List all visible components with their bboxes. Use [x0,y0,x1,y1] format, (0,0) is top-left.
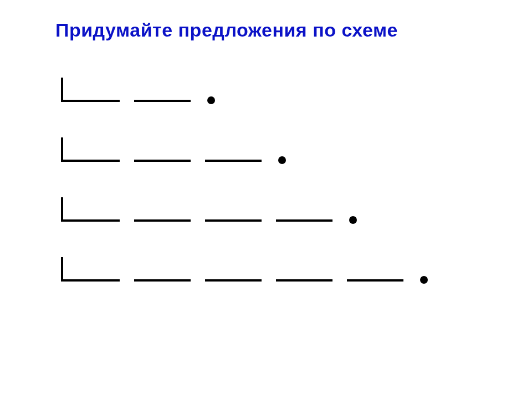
word-slot [205,279,262,282]
capital-word-slot [61,78,120,102]
scheme-row [61,197,428,222]
word-slot [134,219,191,222]
period-icon [207,96,215,104]
word-slot [134,100,191,102]
word-slot [205,160,262,162]
word-slot [205,219,262,222]
period-icon [349,216,357,224]
capital-word-slot [61,137,120,162]
word-slot [134,279,191,282]
word-slot [134,160,191,162]
scheme-row [61,137,428,162]
period-icon [278,156,286,164]
word-slot [276,279,332,282]
period-icon [420,276,428,284]
scheme-list [61,78,428,317]
word-slot [276,219,332,222]
page-title: Придумайте предложения по схеме [55,19,398,41]
capital-word-slot [61,257,120,282]
word-slot [347,279,403,282]
scheme-row [61,78,428,102]
capital-word-slot [61,197,120,222]
scheme-row [61,257,428,282]
